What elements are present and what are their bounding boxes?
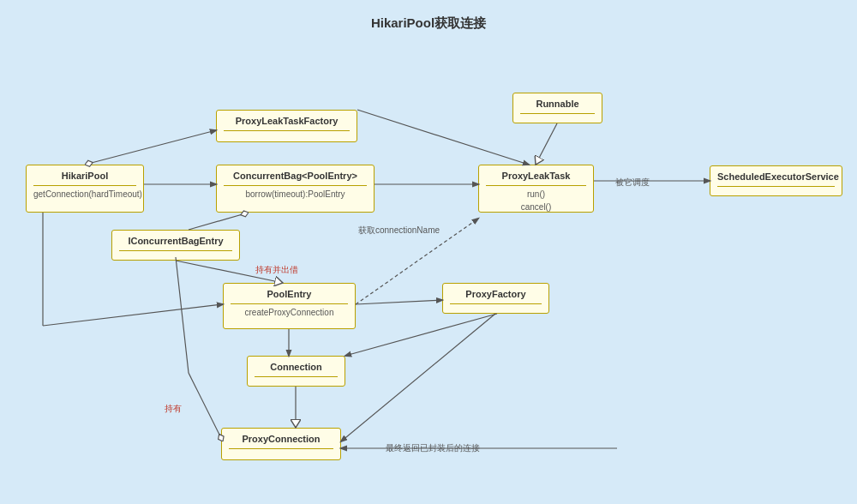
box-scheduledexecutorservice: ScheduledExecutorService bbox=[710, 165, 842, 196]
label-return-wrapped: 最终返回已封装后的连接 bbox=[386, 442, 480, 454]
box-runnable: Runnable bbox=[512, 93, 602, 123]
svg-line-18 bbox=[43, 304, 223, 326]
label-hold: 持有 bbox=[165, 403, 182, 415]
box-iconcurrentbagentry: IConcurrentBagEntry bbox=[111, 230, 240, 261]
diagram-container: HikariPool获取连接 HikariPool getConnection(… bbox=[0, 0, 857, 504]
svg-line-1 bbox=[85, 130, 216, 165]
label-scheduled-by: 被它调度 bbox=[615, 177, 650, 189]
label-get-connectionname: 获取connectionName bbox=[358, 225, 440, 237]
box-hikaripool: HikariPool getConnection(hardTimeout) bbox=[26, 165, 144, 213]
svg-line-9 bbox=[356, 300, 442, 304]
svg-line-14 bbox=[189, 373, 223, 441]
box-connection: Connection bbox=[247, 356, 345, 387]
diagram-title: HikariPool获取连接 bbox=[371, 15, 486, 32]
box-proxyleaktask: ProxyLeakTask run() cancel() bbox=[478, 165, 594, 213]
box-concurrentbag: ConcurrentBag<PoolEntry> borrow(timeout)… bbox=[216, 165, 375, 213]
svg-line-4 bbox=[536, 123, 557, 165]
box-proxyconnection: ProxyConnection bbox=[221, 428, 341, 460]
svg-line-3 bbox=[357, 110, 529, 165]
box-poolentry: PoolEntry createProxyConnection bbox=[223, 283, 356, 329]
svg-line-13 bbox=[341, 314, 495, 441]
svg-line-7 bbox=[189, 213, 249, 230]
box-proxyleaktaskfactory: ProxyLeakTaskFactory bbox=[216, 110, 357, 142]
svg-line-10 bbox=[345, 314, 497, 356]
svg-line-15 bbox=[176, 257, 189, 373]
box-proxyfactory: ProxyFactory bbox=[442, 283, 549, 314]
label-hold-lend: 持有并出借 bbox=[255, 264, 298, 276]
